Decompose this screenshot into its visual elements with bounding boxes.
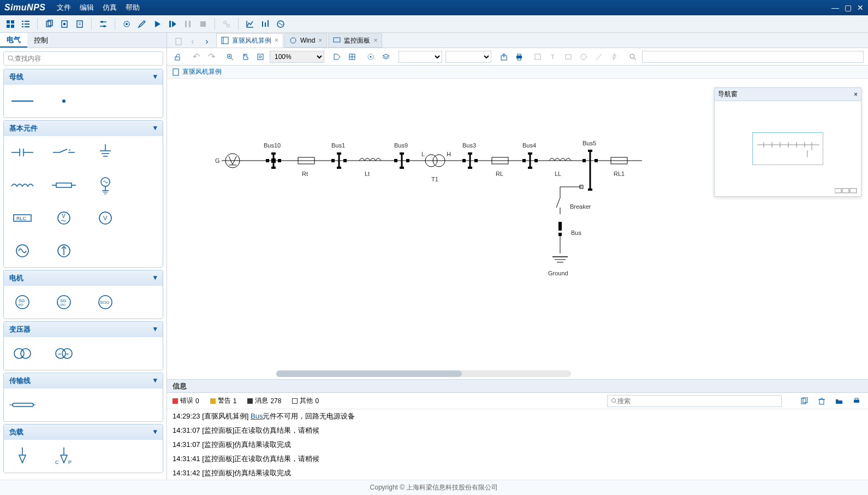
canvas-search-input[interactable] (642, 51, 864, 63)
tab-case[interactable]: 直驱风机算例 × (216, 33, 283, 48)
tag-icon[interactable] (331, 51, 343, 63)
filter-other[interactable]: 其他 0 (292, 396, 319, 405)
close-tab-icon[interactable]: × (318, 37, 322, 44)
section-basic[interactable]: 基本元件▾ (4, 121, 163, 136)
pan-icon[interactable] (239, 51, 251, 63)
delete-log-icon[interactable] (816, 395, 828, 407)
equalizer-icon[interactable] (259, 18, 271, 30)
step-icon[interactable] (167, 18, 179, 30)
svg-rect-3 (11, 25, 14, 28)
config-icon[interactable] (365, 51, 377, 63)
info-search-input[interactable] (617, 397, 778, 405)
component-ground[interactable] (92, 142, 118, 163)
open-log-icon[interactable] (833, 395, 845, 407)
lock-icon[interactable] (171, 51, 183, 63)
log-list[interactable]: 14:29:23 [直驱风机算例] Bus元件不可用，回路无电源设备 14:31… (167, 409, 868, 480)
layout-grid-icon[interactable] (4, 18, 16, 30)
combo-1[interactable] (399, 51, 442, 63)
component-inductor[interactable] (9, 174, 35, 196)
edit-icon[interactable] (136, 18, 148, 30)
component-resistor[interactable] (51, 174, 77, 196)
settings-sliders-icon[interactable] (97, 18, 109, 30)
paste-icon[interactable] (58, 18, 70, 30)
filter-msg[interactable]: 消息 278 (247, 396, 281, 405)
copy-log-icon[interactable] (798, 395, 810, 407)
clipboard-icon[interactable] (74, 18, 86, 30)
menu-help[interactable]: 帮助 (126, 3, 140, 13)
log-link[interactable]: Bus (251, 412, 263, 420)
filter-error[interactable]: 错误 0 (173, 396, 199, 405)
zoom-in-icon[interactable] (224, 51, 236, 63)
component-current-source[interactable] (51, 240, 77, 262)
info-filters: 错误 0 警告 1 消息 278 其他 0 (167, 393, 868, 409)
align-icon[interactable] (346, 51, 358, 63)
component-scig[interactable]: SCIG (92, 291, 118, 313)
section-load[interactable]: 负载▾ (4, 425, 163, 440)
svg-rect-116 (173, 69, 179, 75)
component-switch[interactable]: × (51, 142, 77, 163)
combo-2[interactable] (445, 51, 491, 63)
section-transmission[interactable]: 传输线▾ (4, 373, 163, 388)
print-log-icon[interactable] (851, 395, 863, 407)
close-icon[interactable]: × (854, 91, 858, 98)
component-sg-cpo[interactable]: SGCPO (51, 291, 77, 313)
schematic-canvas[interactable]: G Bus10 Rt Bus1 Lt Bus9 LHT1 Bu (167, 79, 868, 379)
component-bus-node[interactable] (51, 90, 77, 112)
tab-monitor[interactable]: 监控面板 × (328, 33, 382, 48)
svg-line-95 (231, 58, 233, 60)
section-motor[interactable]: 电机▾ (4, 270, 163, 286)
layers-icon[interactable] (380, 51, 392, 63)
component-search[interactable] (3, 51, 163, 66)
chevron-down-icon: ▾ (153, 427, 157, 437)
menu-sim[interactable]: 仿真 (103, 3, 117, 13)
play-icon[interactable] (151, 18, 163, 30)
section-bus[interactable]: 母线▾ (4, 69, 163, 85)
list-icon[interactable] (20, 18, 32, 30)
section-transformer[interactable]: 变压器▾ (4, 322, 163, 337)
svg-rect-204 (855, 398, 858, 400)
component-voltmeter[interactable]: V (92, 207, 118, 229)
copy-icon[interactable] (43, 18, 55, 30)
component-sine[interactable] (9, 240, 35, 262)
close-button[interactable]: ✕ (857, 3, 864, 12)
gear-icon[interactable] (121, 18, 133, 30)
filter-warn[interactable]: 警告 1 (210, 396, 237, 405)
tab-wind[interactable]: Wind × (284, 33, 327, 48)
minimize-button[interactable]: — (831, 3, 839, 12)
component-capacitor[interactable] (9, 142, 35, 163)
fit-icon[interactable] (254, 51, 266, 63)
component-tline[interactable] (9, 394, 35, 416)
svg-text:Bus1: Bus1 (331, 142, 345, 149)
component-sg-po[interactable]: SGPO (9, 291, 35, 313)
nav-preview[interactable] (715, 101, 861, 196)
component-load-cvp[interactable]: CP (51, 445, 77, 467)
zoom-select[interactable]: 100% (270, 51, 324, 63)
component-voltmeter-ac[interactable]: V (51, 207, 77, 229)
info-search[interactable] (607, 395, 782, 407)
component-transformer-1[interactable] (9, 343, 35, 364)
svg-point-112 (581, 54, 586, 60)
tab-electrical[interactable]: 电气 (0, 33, 27, 48)
canvas-search-icon[interactable] (627, 51, 639, 63)
close-tab-icon[interactable]: × (275, 37, 278, 44)
close-tab-icon[interactable]: × (373, 37, 377, 44)
svg-rect-30 (262, 21, 263, 27)
component-load-1[interactable] (9, 445, 35, 467)
component-transformer-2[interactable]: ⊳⊲ (51, 343, 77, 364)
component-source-1[interactable] (92, 174, 118, 196)
menu-file[interactable]: 文件 (57, 3, 71, 13)
scope-icon[interactable] (275, 18, 287, 30)
print-icon[interactable] (513, 51, 525, 63)
menu-edit[interactable]: 编辑 (80, 3, 94, 13)
canvas-hscroll[interactable] (276, 370, 571, 377)
svg-text:LL: LL (555, 170, 561, 177)
breadcrumb-label[interactable]: 直驱风机算例 (182, 67, 222, 76)
search-input[interactable] (15, 55, 159, 62)
chart-icon[interactable] (244, 18, 256, 30)
export-icon[interactable] (498, 51, 510, 63)
component-rlc[interactable]: RLC (9, 207, 35, 229)
maximize-button[interactable]: ▢ (845, 3, 852, 12)
component-bus-line[interactable] (9, 90, 35, 112)
forward-icon[interactable]: › (201, 36, 213, 48)
tab-control[interactable]: 控制 (27, 33, 55, 48)
